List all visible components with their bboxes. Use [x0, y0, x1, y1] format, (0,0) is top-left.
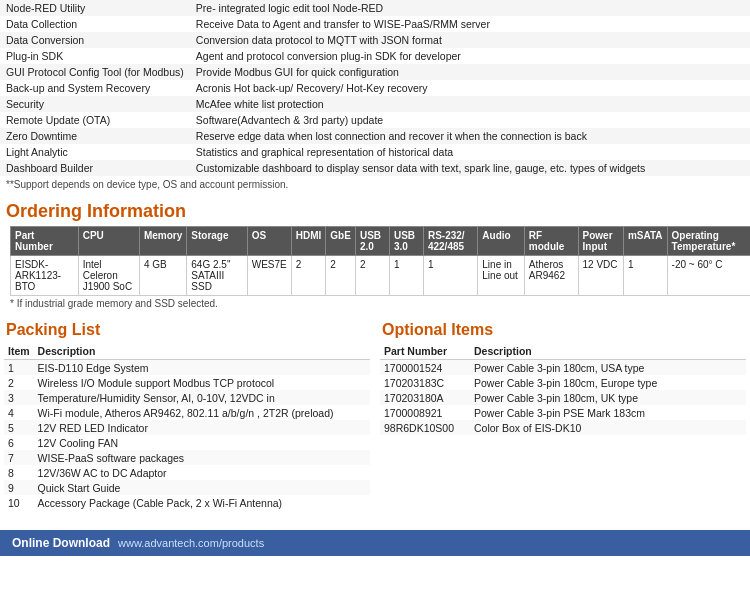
feature-item: Back-up and System Recovery — [0, 80, 190, 96]
order-cell: 1 — [389, 256, 423, 296]
packing-item-description: Temperature/Humidity Sensor, AI, 0-10V, … — [34, 390, 370, 405]
packing-item-number: 7 — [4, 450, 34, 465]
feature-item: Security — [0, 96, 190, 112]
order-cell: Atheros AR9462 — [524, 256, 578, 296]
order-cell: 12 VDC — [578, 256, 623, 296]
order-col-header: RF module — [524, 227, 578, 256]
order-col-header: RS-232/ 422/485 — [423, 227, 477, 256]
packing-item-number: 10 — [4, 495, 34, 510]
feature-description: McAfee white list protection — [190, 96, 750, 112]
optional-part-number: 98R6DK10S00 — [380, 420, 470, 435]
feature-description: Reserve edge data when lost connection a… — [190, 128, 750, 144]
footer-label: Online Download — [12, 536, 110, 550]
packing-section: Packing List ItemDescription 1EIS-D110 E… — [4, 315, 370, 510]
features-table: Node-RED UtilityPre- integrated logic ed… — [0, 0, 750, 176]
packing-item-number: 4 — [4, 405, 34, 420]
packing-item-description: Quick Start Guide — [34, 480, 370, 495]
feature-item: Remote Update (OTA) — [0, 112, 190, 128]
ordering-table: Part NumberCPUMemoryStorageOSHDMIGbEUSB … — [10, 226, 750, 296]
packing-row: 7WISE-PaaS software packages — [4, 450, 370, 465]
order-cell: Line in Line out — [478, 256, 525, 296]
order-col-header: Operating Temperature* — [667, 227, 750, 256]
order-cell: EISDK-ARK1123-BTO — [11, 256, 79, 296]
order-cell: 64G 2.5" SATAIII SSD — [187, 256, 247, 296]
packing-item-description: 12V RED LED Indicator — [34, 420, 370, 435]
feature-item: Node-RED Utility — [0, 0, 190, 16]
feature-description: Agent and protocol conversion plug-in SD… — [190, 48, 750, 64]
order-cell: 2 — [355, 256, 389, 296]
order-col-header: Power Input — [578, 227, 623, 256]
packing-item-description: Accessory Package (Cable Pack, 2 x Wi-Fi… — [34, 495, 370, 510]
packing-col-header: Description — [34, 343, 370, 360]
packing-title: Packing List — [4, 315, 370, 343]
ordering-section-title: Ordering Information — [0, 193, 750, 226]
order-col-header: USB 3.0 — [389, 227, 423, 256]
optional-col-header: Part Number — [380, 343, 470, 360]
feature-item: GUI Protocol Config Tool (for Modbus) — [0, 64, 190, 80]
optional-part-number: 1700008921 — [380, 405, 470, 420]
feature-description: Statistics and graphical representation … — [190, 144, 750, 160]
footer-bar: Online Download www.advantech.com/produc… — [0, 530, 750, 556]
packing-item-description: Wi-Fi module, Atheros AR9462, 802.11 a/b… — [34, 405, 370, 420]
packing-row: 2Wireless I/O Module support Modbus TCP … — [4, 375, 370, 390]
feature-item: Light Analytic — [0, 144, 190, 160]
optional-row: 98R6DK10S00Color Box of EIS-DK10 — [380, 420, 746, 435]
optional-description: Color Box of EIS-DK10 — [470, 420, 746, 435]
packing-row: 4Wi-Fi module, Atheros AR9462, 802.11 a/… — [4, 405, 370, 420]
optional-row: 170203183CPower Cable 3-pin 180cm, Europ… — [380, 375, 746, 390]
packing-item-number: 5 — [4, 420, 34, 435]
packing-item-number: 8 — [4, 465, 34, 480]
order-cell: 1 — [423, 256, 477, 296]
packing-table: ItemDescription 1EIS-D110 Edge System2Wi… — [4, 343, 370, 510]
optional-part-number: 170203180A — [380, 390, 470, 405]
feature-item: Zero Downtime — [0, 128, 190, 144]
feature-item: Plug-in SDK — [0, 48, 190, 64]
optional-table: Part NumberDescription 1700001524Power C… — [380, 343, 746, 435]
optional-row: 1700008921Power Cable 3-pin PSE Mark 183… — [380, 405, 746, 420]
feature-description: Provide Modbus GUI for quick configurati… — [190, 64, 750, 80]
order-cell: 4 GB — [139, 256, 186, 296]
packing-item-description: WISE-PaaS software packages — [34, 450, 370, 465]
feature-description: Pre- integrated logic edit tool Node-RED — [190, 0, 750, 16]
feature-item: Data Collection — [0, 16, 190, 32]
optional-description: Power Cable 3-pin 180cm, USA type — [470, 360, 746, 376]
order-col-header: HDMI — [291, 227, 326, 256]
optional-part-number: 170203183C — [380, 375, 470, 390]
packing-row: 10Accessory Package (Cable Pack, 2 x Wi-… — [4, 495, 370, 510]
packing-item-description: 12V Cooling FAN — [34, 435, 370, 450]
order-cell: 1 — [623, 256, 667, 296]
feature-description: Receive Data to Agent and transfer to WI… — [190, 16, 750, 32]
packing-item-number: 6 — [4, 435, 34, 450]
optional-col-header: Description — [470, 343, 746, 360]
optional-description: Power Cable 3-pin 180cm, Europe type — [470, 375, 746, 390]
packing-item-number: 2 — [4, 375, 34, 390]
packing-row: 9Quick Start Guide — [4, 480, 370, 495]
features-footnote: **Support depends on device type, OS and… — [0, 176, 750, 193]
packing-item-description: EIS-D110 Edge System — [34, 360, 370, 376]
packing-item-number: 1 — [4, 360, 34, 376]
order-col-header: Memory — [139, 227, 186, 256]
order-col-header: Audio — [478, 227, 525, 256]
packing-item-description: Wireless I/O Module support Modbus TCP p… — [34, 375, 370, 390]
optional-title: Optional Items — [380, 315, 746, 343]
feature-item: Dashboard Builder — [0, 160, 190, 176]
order-col-header: OS — [247, 227, 291, 256]
order-cell: WES7E — [247, 256, 291, 296]
packing-row: 512V RED LED Indicator — [4, 420, 370, 435]
feature-description: Software(Advantech & 3rd party) update — [190, 112, 750, 128]
packing-col-header: Item — [4, 343, 34, 360]
packing-row: 612V Cooling FAN — [4, 435, 370, 450]
order-cell: -20 ~ 60° C — [667, 256, 750, 296]
order-col-header: CPU — [78, 227, 139, 256]
order-cell: Intel Celeron J1900 SoC — [78, 256, 139, 296]
feature-description: Acronis Hot back-up/ Recovery/ Hot-Key r… — [190, 80, 750, 96]
ordering-footnote: * If industrial grade memory and SSD sel… — [4, 296, 746, 315]
order-cell: 2 — [326, 256, 356, 296]
feature-description: Customizable dashboard to display sensor… — [190, 160, 750, 176]
order-col-header: mSATA — [623, 227, 667, 256]
optional-part-number: 1700001524 — [380, 360, 470, 376]
order-cell: 2 — [291, 256, 326, 296]
packing-item-number: 9 — [4, 480, 34, 495]
order-col-header: GbE — [326, 227, 356, 256]
optional-description: Power Cable 3-pin 180cm, UK type — [470, 390, 746, 405]
